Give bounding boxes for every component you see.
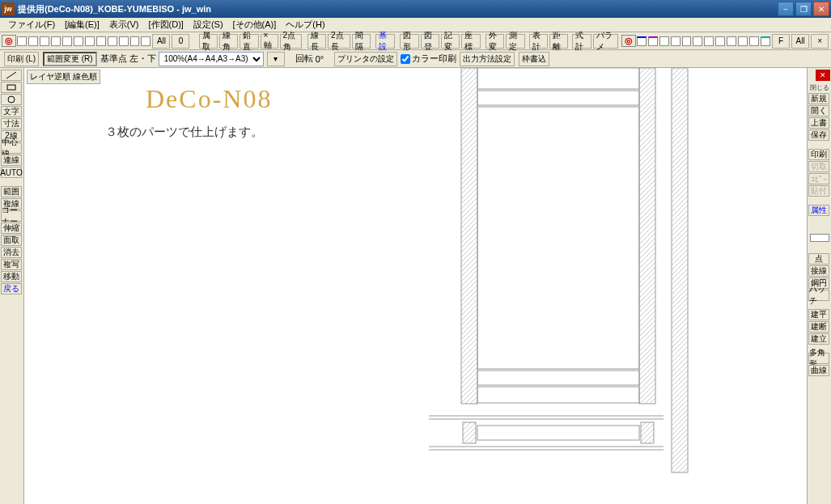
tool-point[interactable]: 点	[808, 253, 829, 265]
color-slot[interactable]	[51, 36, 61, 46]
tool-elevation[interactable]: 建立	[808, 333, 829, 345]
attributes-button[interactable]: 属性	[808, 205, 829, 216]
range-change-button[interactable]: 範囲変更 (R)	[43, 52, 97, 66]
scale-select[interactable]: 100%(A4→A4,A3→A3)	[159, 52, 264, 66]
tool-circle[interactable]	[1, 94, 22, 105]
tool-button[interactable]: パラメ	[593, 34, 618, 49]
color-slot[interactable]	[738, 36, 748, 46]
tool-button[interactable]: 間隔	[352, 34, 371, 49]
basis-button[interactable]: 基設	[375, 34, 394, 49]
tool-chamfer[interactable]: 面取	[1, 235, 22, 246]
menu-file[interactable]: ファイル(F)	[3, 19, 60, 31]
tool-button[interactable]: 外変	[485, 34, 504, 49]
tool-corner[interactable]: コーナー	[1, 210, 22, 222]
color-slot[interactable]	[648, 36, 658, 46]
color-slot[interactable]	[671, 36, 680, 46]
tool-extend[interactable]: 伸縮	[1, 222, 22, 234]
tool-button[interactable]: 線長	[307, 34, 326, 49]
maximize-button[interactable]: ❐	[795, 2, 812, 16]
tool-button[interactable]: 記変	[441, 34, 460, 49]
layer-order-button[interactable]: レイヤ逆順 線色順	[27, 70, 100, 84]
color-slot[interactable]	[74, 36, 83, 46]
tool-tangent[interactable]: 接線	[808, 265, 829, 277]
tool-polyline[interactable]: 連線	[1, 155, 22, 166]
color-slot[interactable]	[119, 36, 129, 46]
panel-close-icon[interactable]: ✕	[816, 70, 830, 81]
file-print[interactable]: 印刷	[808, 149, 829, 160]
file-new[interactable]: 新規	[808, 93, 829, 104]
color-slot[interactable]	[141, 36, 151, 46]
color-slot[interactable]	[704, 36, 714, 46]
color-slot[interactable]	[40, 36, 49, 46]
frame-write-button[interactable]: 枠書込	[519, 52, 549, 66]
color-slot[interactable]	[28, 36, 38, 46]
tool-undo[interactable]: 戻る	[1, 283, 22, 294]
edit-copy[interactable]: ｺﾋﾟｰ	[808, 173, 829, 184]
color-slot[interactable]	[62, 36, 72, 46]
file-open[interactable]: 開く	[808, 105, 829, 116]
tool-polygon[interactable]: 多角形	[808, 353, 829, 364]
color-slot[interactable]	[637, 36, 647, 46]
color-slot[interactable]	[693, 36, 702, 46]
tool-range[interactable]: 範囲	[1, 186, 22, 197]
print-button[interactable]: 印刷 (L)	[4, 52, 39, 66]
tool-move[interactable]: 移動	[1, 271, 22, 282]
menu-edit[interactable]: [編集(E)]	[60, 19, 104, 31]
drawing-canvas[interactable]: レイヤ逆順 線色順 DeCo-N08 ３枚のパーツで仕上げます。	[24, 68, 807, 504]
tool-button[interactable]: 座標	[461, 34, 480, 49]
tool-plan[interactable]: 建平	[808, 309, 829, 320]
color-slot[interactable]	[727, 36, 736, 46]
tool-line[interactable]	[1, 70, 22, 81]
tool-button[interactable]: 2点角	[280, 34, 303, 49]
color-slot[interactable]	[108, 36, 117, 46]
tool-section[interactable]: 建断	[808, 321, 829, 332]
tool-button[interactable]: 測定	[506, 34, 524, 49]
menu-view[interactable]: 表示(V)	[104, 19, 144, 31]
tool-text[interactable]: 文字	[1, 106, 22, 117]
tool-button[interactable]: 鉛直	[240, 34, 258, 49]
tool-button[interactable]: 線角	[219, 34, 238, 49]
tool-erase[interactable]: 消去	[1, 247, 22, 258]
tool-button[interactable]: 属取	[199, 34, 218, 49]
menu-draw[interactable]: [作図(D)]	[144, 19, 189, 31]
x-button[interactable]: ×	[811, 34, 829, 49]
all-button[interactable]: All	[152, 34, 170, 49]
color-slot[interactable]	[17, 36, 27, 46]
tool-curve[interactable]: 曲線	[808, 365, 829, 376]
color-slot[interactable]	[659, 36, 669, 46]
tool-button[interactable]: ×軸	[261, 34, 278, 49]
color-slot[interactable]	[749, 36, 759, 46]
file-overwrite[interactable]: 上書	[808, 117, 829, 129]
tool-button[interactable]: 図形	[400, 34, 418, 49]
color-print-checkbox[interactable]: カラー印刷	[401, 53, 456, 65]
scale-step-button[interactable]: ▾	[267, 52, 285, 66]
color-slot[interactable]	[96, 36, 106, 46]
tool-auto[interactable]: AUTO	[1, 167, 22, 178]
origin-icon-2[interactable]: ◎	[621, 35, 636, 47]
close-button[interactable]: ✕	[813, 2, 829, 16]
tool-button[interactable]: 式計	[572, 34, 591, 49]
tool-dimension[interactable]: 寸法	[1, 118, 22, 129]
tool-copy[interactable]: 複写	[1, 259, 22, 270]
tool-button[interactable]: 2点長	[328, 34, 350, 49]
origin-icon[interactable]: ◎	[2, 35, 16, 47]
color-print-check-input[interactable]	[401, 54, 410, 64]
file-save[interactable]: 保存	[808, 129, 829, 141]
minimize-button[interactable]: −	[778, 2, 794, 16]
color-slot[interactable]	[761, 36, 770, 46]
tool-button[interactable]: 距離	[549, 34, 568, 49]
tool-button[interactable]: 表計	[529, 34, 548, 49]
color-slot[interactable]	[130, 36, 140, 46]
output-settings-button[interactable]: 出力方法設定	[460, 52, 515, 66]
color-swatch[interactable]	[810, 234, 829, 242]
printer-settings-button[interactable]: プリンタの設定	[334, 52, 397, 66]
color-slot[interactable]	[715, 36, 725, 46]
color-slot[interactable]	[85, 36, 95, 46]
edit-cut[interactable]: 切取	[808, 161, 829, 172]
f-button[interactable]: F	[772, 34, 790, 49]
tool-rect[interactable]	[1, 82, 22, 93]
all-button-2[interactable]: All	[791, 34, 809, 49]
zero-button[interactable]: 0	[172, 34, 189, 49]
edit-paste[interactable]: 貼付	[808, 185, 829, 197]
tool-hatch[interactable]: ハッチ	[808, 290, 829, 301]
